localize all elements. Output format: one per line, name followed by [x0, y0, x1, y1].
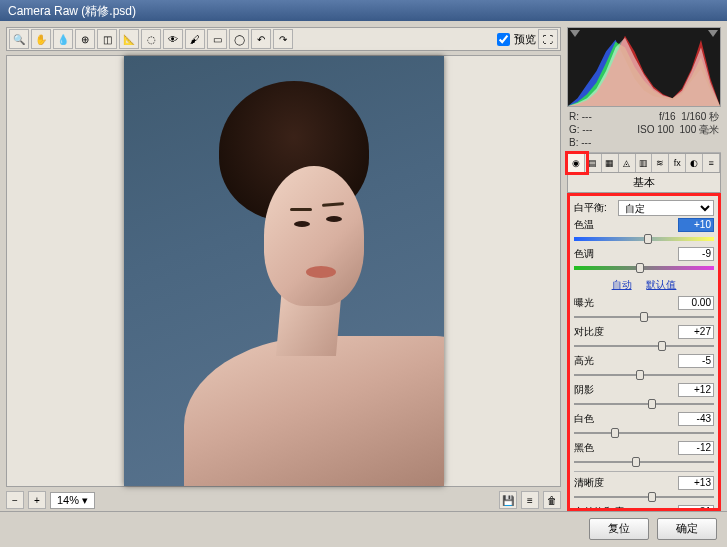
vibrance-value[interactable]: +31 [678, 505, 714, 511]
whites-slider[interactable] [574, 428, 714, 438]
adjust-brush-icon[interactable]: 🖌 [185, 29, 205, 49]
exif-meta: R: --- f/16 1/160 秒 G: --- ISO 100 100 毫… [567, 107, 721, 153]
clarity-slider[interactable] [574, 492, 714, 502]
eyedropper-icon[interactable]: 💧 [53, 29, 73, 49]
tint-slider[interactable] [574, 263, 714, 273]
contrast-label: 对比度 [574, 325, 618, 339]
reset-button[interactable]: 复位 [589, 518, 649, 540]
image-preview[interactable] [6, 55, 561, 487]
ok-button[interactable]: 确定 [657, 518, 717, 540]
blacks-value[interactable]: -12 [678, 441, 714, 455]
zoom-select[interactable]: 14% ▾ [50, 492, 95, 509]
trash-icon[interactable]: 🗑 [543, 491, 561, 509]
highlights-value[interactable]: -5 [678, 354, 714, 368]
temp-value[interactable]: +10 [678, 218, 714, 232]
default-link[interactable]: 默认值 [646, 279, 676, 290]
preview-checkbox-input[interactable] [497, 33, 510, 46]
spot-removal-icon[interactable]: ◌ [141, 29, 161, 49]
straighten-icon[interactable]: 📐 [119, 29, 139, 49]
radial-filter-icon[interactable]: ◯ [229, 29, 249, 49]
shadows-slider[interactable] [574, 399, 714, 409]
temp-slider[interactable] [574, 234, 714, 244]
tab-preset[interactable]: ≡ [703, 154, 720, 172]
clarity-value[interactable]: +13 [678, 476, 714, 490]
auto-link[interactable]: 自动 [612, 279, 632, 290]
panel-title: 基本 [567, 173, 721, 193]
save-icon[interactable]: 💾 [499, 491, 517, 509]
vibrance-label: 自然饱和度 [574, 505, 634, 511]
temp-label: 色温 [574, 218, 618, 232]
grad-filter-icon[interactable]: ▭ [207, 29, 227, 49]
tab-calib[interactable]: ◐ [686, 154, 703, 172]
tab-split[interactable]: ▥ [636, 154, 653, 172]
zoom-in-button[interactable]: + [28, 491, 46, 509]
dialog-footer: 复位 确定 [0, 511, 727, 545]
toolbar: 🔍 ✋ 💧 ⊕ ◫ 📐 ◌ 👁 🖌 ▭ ◯ ↶ ↷ 预览 ⛶ [6, 27, 561, 51]
svg-marker-3 [568, 38, 720, 106]
contrast-value[interactable]: +27 [678, 325, 714, 339]
tint-value[interactable]: -9 [678, 247, 714, 261]
tab-detail[interactable]: ▦ [602, 154, 619, 172]
redeye-icon[interactable]: 👁 [163, 29, 183, 49]
exposure-slider[interactable] [574, 312, 714, 322]
histogram[interactable] [567, 27, 721, 107]
highlights-slider[interactable] [574, 370, 714, 380]
highlight-basic-tab [565, 151, 589, 175]
basic-panel: 白平衡: 自定 色温 +10 色调 -9 自动 默认值 曝光0.00 对比度+ [567, 193, 721, 511]
whites-label: 白色 [574, 412, 618, 426]
preview-checkbox[interactable]: 预览 [497, 32, 536, 47]
fullscreen-icon[interactable]: ⛶ [538, 29, 558, 49]
color-sampler-icon[interactable]: ⊕ [75, 29, 95, 49]
menu-icon[interactable]: ≡ [521, 491, 539, 509]
photo-placeholder [124, 56, 444, 486]
window-title: Camera Raw (精修.psd) [8, 4, 136, 18]
contrast-slider[interactable] [574, 341, 714, 351]
zoom-bar: − + 14% ▾ 💾 ≡ 🗑 [6, 491, 561, 509]
crop-tool-icon[interactable]: ◫ [97, 29, 117, 49]
exposure-value[interactable]: 0.00 [678, 296, 714, 310]
rotate-cw-icon[interactable]: ↷ [273, 29, 293, 49]
clarity-label: 清晰度 [574, 476, 618, 490]
window-titlebar: Camera Raw (精修.psd) [0, 0, 727, 21]
tab-lens[interactable]: ≋ [652, 154, 669, 172]
tab-fx[interactable]: fx [669, 154, 686, 172]
zoom-tool-icon[interactable]: 🔍 [9, 29, 29, 49]
wb-label: 白平衡: [574, 201, 618, 215]
highlights-label: 高光 [574, 354, 618, 368]
tab-hsl[interactable]: ◬ [619, 154, 636, 172]
zoom-out-button[interactable]: − [6, 491, 24, 509]
hand-tool-icon[interactable]: ✋ [31, 29, 51, 49]
shadows-value[interactable]: +12 [678, 383, 714, 397]
wb-select[interactable]: 自定 [618, 200, 714, 216]
whites-value[interactable]: -43 [678, 412, 714, 426]
blacks-label: 黑色 [574, 441, 618, 455]
shadows-label: 阴影 [574, 383, 618, 397]
preview-label: 预览 [514, 32, 536, 47]
panel-tabs: ◉ ▤ ▦ ◬ ▥ ≋ fx ◐ ≡ [567, 153, 721, 173]
tint-label: 色调 [574, 247, 618, 261]
exposure-label: 曝光 [574, 296, 618, 310]
blacks-slider[interactable] [574, 457, 714, 467]
rotate-ccw-icon[interactable]: ↶ [251, 29, 271, 49]
